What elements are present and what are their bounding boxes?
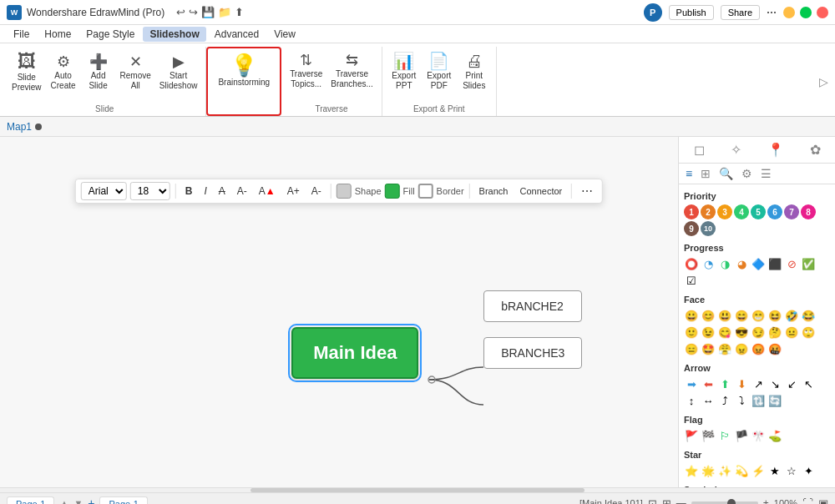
branch-node-2[interactable]: BRANCHE3: [483, 337, 582, 369]
progress-0[interactable]: ⭕: [684, 256, 699, 271]
fit-icon[interactable]: ⊡: [648, 497, 657, 505]
font-color-button[interactable]: A▲: [255, 184, 280, 199]
star-4[interactable]: 💫: [734, 463, 749, 478]
progress-7[interactable]: ✅: [801, 256, 816, 271]
zoom-out-icon[interactable]: —: [676, 497, 686, 504]
share-button[interactable]: Share: [721, 5, 760, 20]
export-pdf-button[interactable]: 📄 ExportPDF: [423, 50, 456, 93]
panel-tab-more[interactable]: ✿: [807, 140, 824, 159]
progress-6[interactable]: ⊘: [784, 256, 799, 271]
arrow-14[interactable]: 🔄: [767, 393, 782, 408]
arrow-3[interactable]: ⬆: [717, 376, 732, 391]
priority-2[interactable]: 2: [701, 204, 716, 219]
more-options-icon[interactable]: ⋯: [767, 7, 777, 18]
progress-3[interactable]: ◕: [734, 256, 749, 271]
border-color-btn[interactable]: [418, 184, 433, 199]
priority-10[interactable]: 10: [701, 221, 716, 236]
maximize-button[interactable]: [800, 7, 812, 18]
menu-file[interactable]: File: [7, 27, 36, 42]
star-5[interactable]: ⚡: [751, 463, 766, 478]
star-6[interactable]: ★: [767, 463, 782, 478]
arrow-13[interactable]: 🔃: [751, 393, 766, 408]
face-16[interactable]: 🙄: [801, 325, 816, 340]
panel-sub-grid[interactable]: ⊞: [697, 165, 714, 182]
face-2[interactable]: 😊: [701, 308, 716, 323]
panel-tab-style[interactable]: ◻: [691, 140, 708, 159]
progress-1[interactable]: ◔: [701, 256, 716, 271]
arrow-12[interactable]: ⤵: [734, 393, 749, 408]
arrow-4[interactable]: ⬇: [734, 376, 749, 391]
page-1-tab[interactable]: Page-1: [7, 496, 54, 505]
priority-3[interactable]: 3: [717, 204, 732, 219]
auto-create-button[interactable]: ⚙ AutoCreate: [47, 52, 80, 93]
export-ppt-button[interactable]: 📊 ExportPPT: [387, 50, 421, 93]
flag-5[interactable]: 🎌: [751, 428, 766, 443]
face-3[interactable]: 😃: [717, 308, 732, 323]
face-7[interactable]: 🤣: [784, 308, 799, 323]
star-7[interactable]: ☆: [784, 463, 799, 478]
face-12[interactable]: 😎: [734, 325, 749, 340]
arrow-6[interactable]: ↘: [767, 376, 782, 391]
branch-button[interactable]: Branch: [475, 184, 513, 198]
minimize-button[interactable]: [783, 7, 795, 18]
traverse-branches-button[interactable]: ⇆ TraverseBranches...: [327, 50, 377, 92]
face-13[interactable]: 😏: [751, 325, 766, 340]
face-11[interactable]: 😋: [717, 325, 732, 340]
font-family-select[interactable]: Arial: [81, 182, 127, 200]
panel-tab-insert[interactable]: 📍: [764, 140, 787, 159]
zoom-fit-icon[interactable]: ⊞: [662, 497, 671, 505]
strikethrough-button[interactable]: A: [215, 184, 230, 199]
priority-4[interactable]: 4: [734, 204, 749, 219]
face-6[interactable]: 😆: [767, 308, 782, 323]
face-17[interactable]: 😑: [684, 341, 699, 356]
redo-button[interactable]: ↪: [189, 6, 198, 18]
priority-6[interactable]: 6: [767, 204, 782, 219]
zoom-slider-track[interactable]: [691, 497, 758, 504]
arrow-5[interactable]: ↗: [751, 376, 766, 391]
close-button[interactable]: [817, 7, 828, 18]
priority-7[interactable]: 7: [784, 204, 799, 219]
face-18[interactable]: 🤩: [701, 341, 716, 356]
zoom-thumb[interactable]: [727, 499, 736, 504]
underline-button[interactable]: A-: [233, 184, 251, 199]
progress-5[interactable]: ⬛: [767, 256, 782, 271]
zoom-in-icon[interactable]: +: [763, 497, 769, 504]
panel-sub-filter[interactable]: ☰: [757, 165, 775, 182]
menu-page-style[interactable]: Page Style: [79, 27, 141, 42]
canvas[interactable]: Arial 18 B I A A- A▲ A+ A- Shape Fill Bo…: [0, 137, 678, 487]
italic-button[interactable]: I: [200, 184, 210, 199]
priority-9[interactable]: 9: [684, 221, 699, 236]
more-button[interactable]: ⋯: [577, 183, 597, 199]
add-page-button[interactable]: +: [88, 496, 94, 504]
fill-color-btn[interactable]: [385, 184, 400, 199]
face-14[interactable]: 🤔: [767, 325, 782, 340]
branch-node-1[interactable]: bRANCHE2: [483, 290, 582, 322]
progress-2[interactable]: ◑: [717, 256, 732, 271]
face-21[interactable]: 😡: [751, 341, 766, 356]
progress-8[interactable]: ☑: [684, 273, 699, 288]
menu-advanced[interactable]: Advanced: [208, 27, 266, 42]
page-tab-1[interactable]: Page-1: [99, 496, 147, 505]
export-button[interactable]: ⬆: [235, 6, 244, 18]
face-22[interactable]: 🤬: [767, 341, 782, 356]
arrow-10[interactable]: ↔: [701, 393, 716, 408]
flag-3[interactable]: 🏳: [717, 428, 732, 443]
arrow-1[interactable]: ➡: [684, 376, 699, 391]
page-nav-next[interactable]: ▼: [73, 498, 83, 504]
collapse-panel-icon[interactable]: ▷: [819, 75, 828, 88]
flag-6[interactable]: ⛳: [767, 428, 782, 443]
window-icon[interactable]: ▣: [818, 497, 828, 505]
panel-sub-search[interactable]: 🔍: [716, 165, 736, 182]
brainstorming-button[interactable]: 💡 Brainstorming: [215, 52, 273, 90]
flag-1[interactable]: 🚩: [684, 428, 699, 443]
shape-color-btn[interactable]: [337, 184, 352, 199]
face-19[interactable]: 😤: [717, 341, 732, 356]
panel-tab-format[interactable]: ✧: [727, 140, 745, 159]
font-size-decrease[interactable]: A-: [307, 184, 326, 199]
traverse-topics-button[interactable]: ⇅ TraverseTopics...: [286, 50, 326, 92]
face-20[interactable]: 😠: [734, 341, 749, 356]
bold-button[interactable]: B: [181, 184, 197, 199]
progress-4[interactable]: 🔷: [751, 256, 766, 271]
folder-button[interactable]: 📁: [218, 6, 231, 18]
main-idea-node[interactable]: Main Idea: [291, 327, 418, 379]
